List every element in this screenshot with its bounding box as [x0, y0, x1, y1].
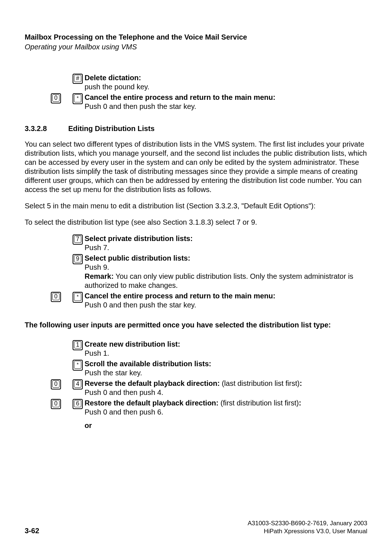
instruction-row: 9 Select public distribution lists: Push…: [25, 254, 367, 290]
colon: :: [299, 379, 302, 387]
star-key-icon: *: [73, 93, 83, 104]
instruction-title: Cancel the entire process and return to …: [85, 93, 275, 101]
instruction-row: 7 Select private distribution lists: Pus…: [25, 234, 367, 252]
instruction-title: Create new distribution list:: [85, 340, 180, 348]
or-label: or: [85, 421, 367, 430]
running-header-title: Mailbox Processing on the Telephone and …: [25, 33, 367, 42]
instruction-body: Push the star key.: [85, 369, 142, 377]
instruction-row: # Delete dictation: push the pound key.: [25, 73, 367, 91]
one-key-icon: 1: [73, 340, 83, 350]
zero-key-icon: 0: [51, 93, 61, 103]
instruction-title: Scroll the available distribution lists:: [85, 360, 211, 368]
star-key-icon: *: [73, 291, 83, 303]
four-key-icon: 4: [73, 379, 83, 389]
document-page: Mailbox Processing on the Telephone and …: [0, 0, 392, 555]
page-footer: 3-62 A31003-S2330-B690-2-7619, January 2…: [25, 519, 367, 535]
colon: :: [299, 399, 301, 407]
instruction-row: 0 6 Restore the default playback directi…: [25, 399, 367, 417]
paragraph: To select the distribution list type (se…: [25, 218, 367, 227]
instruction-body: Push 0 and then push the star key.: [85, 301, 196, 309]
instruction-body: Push 0 and then push 4.: [85, 388, 163, 396]
instruction-note: (first distribution list first): [221, 399, 299, 407]
nine-key-icon: 9: [73, 254, 83, 264]
zero-key-icon: 0: [51, 399, 61, 409]
doc-id: A31003-S2330-B690-2-7619, January 2003: [248, 519, 367, 527]
section-heading: 3.3.2.8 Editing Distribution Lists: [25, 124, 367, 133]
instruction-row: 1 Create new distribution list: Push 1.: [25, 340, 367, 358]
zero-key-icon: 0: [51, 291, 61, 302]
instruction-title: Restore the default playback direction:: [85, 399, 221, 407]
instruction-body: Push 7.: [85, 244, 109, 252]
instruction-note: (last distribution list first): [222, 379, 300, 387]
instruction-title: Select public distribution lists:: [85, 254, 190, 262]
instruction-row: 0 4 Reverse the default playback directi…: [25, 379, 367, 397]
instruction-row: 0 * Cancel the entire process and return…: [25, 291, 367, 310]
section-title: Editing Distribution Lists: [68, 124, 155, 133]
instruction-body: Push 1.: [85, 349, 109, 357]
pound-key-icon: #: [73, 73, 83, 84]
running-header-subtitle: Operating your Mailbox using VMS: [25, 42, 367, 52]
six-key-icon: 6: [73, 399, 83, 409]
sub-heading: The following user inputs are permitted …: [25, 321, 367, 330]
instruction-body: Push 0 and then push 6.: [85, 408, 163, 416]
remark-label: Remark:: [85, 272, 114, 280]
instruction-title: Cancel the entire process and return to …: [85, 292, 275, 300]
zero-key-icon: 0: [51, 379, 61, 389]
instruction-body: push the pound key.: [85, 83, 150, 91]
paragraph: Select 5 in the main menu to edit a dist…: [25, 201, 367, 211]
seven-key-icon: 7: [73, 234, 83, 245]
star-key-icon: *: [73, 359, 83, 371]
instruction-title: Reverse the default playback direction:: [85, 379, 222, 387]
page-number: 3-62: [25, 526, 39, 535]
instruction-body: Push 9.: [85, 263, 109, 271]
instruction-row: 0 * Cancel the entire process and return…: [25, 93, 367, 111]
instruction-title: Select private distribution lists:: [85, 234, 193, 242]
instruction-row: * Scroll the available distribution list…: [25, 359, 367, 378]
remark-text: You can only view public distribution li…: [85, 272, 353, 289]
instruction-title: Delete dictation:: [85, 74, 141, 82]
paragraph: You can select two different types of di…: [25, 140, 367, 194]
doc-title-footer: HiPath Xpressions V3.0, User Manual: [248, 527, 367, 535]
instruction-body: Push 0 and then push the star key.: [85, 102, 196, 110]
section-number: 3.3.2.8: [25, 124, 68, 133]
